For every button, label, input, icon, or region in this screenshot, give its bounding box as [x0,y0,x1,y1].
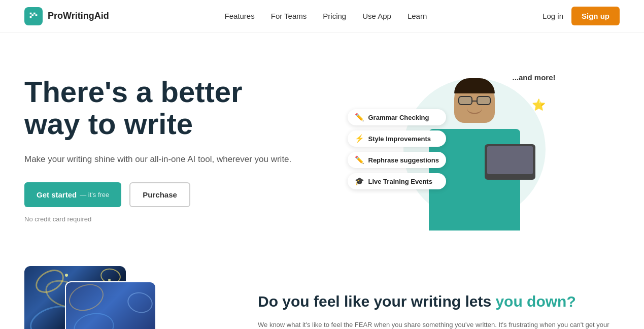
nav-learn[interactable]: Learn [408,12,427,20]
nav-use-app[interactable]: Use App [362,12,391,20]
nav-links: Features For Teams Pricing Use App Learn [225,12,427,20]
pill-style: ⚡ Style Improvements [348,130,446,147]
person-head [454,78,495,123]
nav-features[interactable]: Features [225,12,255,20]
get-started-button[interactable]: Get started — it's free [24,182,121,207]
section2-title: Do you feel like your writing lets you d… [258,291,620,311]
free-tag: — it's free [80,191,109,199]
and-more-label: ...and more! [512,73,555,82]
section2-left: My idea in my head [24,266,227,329]
navbar: ProWritingAid Features For Teams Pricing… [0,0,644,32]
logo-icon [24,7,43,25]
star-icon: ⭐ [532,98,546,112]
logo-text: ProWritingAid [48,11,109,21]
section2: My idea in my head Do you feel like your… [0,256,644,329]
section2-body: We know what it's like to feel the FEAR … [258,319,620,329]
pill-training: 🎓 Live Training Events [348,173,446,189]
section2-right: Do you feel like your writing lets you d… [258,291,620,329]
purchase-button[interactable]: Purchase [129,182,190,207]
hero-illustration: ✏️ Grammar Checking ⚡ Style Improvements… [388,68,561,231]
hero-section: There's a better way to write Make your … [0,32,644,256]
pill-grammar: ✏️ Grammar Checking [348,109,446,125]
nav-pricing[interactable]: Pricing [323,12,346,20]
nav-for-teams[interactable]: For Teams [271,12,307,20]
art-card-front: My idea in my head [65,281,156,329]
logo-svg [28,11,39,22]
no-credit-text: No credit card required [24,215,309,223]
hero-title: There's a better way to write [24,76,309,141]
hero-cta: Get started — it's free Purchase [24,182,309,207]
logo[interactable]: ProWritingAid [24,7,109,25]
feature-pills: ✏️ Grammar Checking ⚡ Style Improvements… [348,109,446,189]
hero-right: ✏️ Grammar Checking ⚡ Style Improvements… [329,63,620,236]
hero-subtitle: Make your writing shine with our all-in-… [24,152,309,166]
pill-rephrase: ✏️ Rephrase suggestions [348,152,446,168]
hero-left: There's a better way to write Make your … [24,76,309,223]
art-cards: My idea in my head [24,266,207,329]
login-button[interactable]: Log in [543,12,563,20]
nav-actions: Log in Sign up [543,7,620,25]
signup-button[interactable]: Sign up [571,7,620,25]
